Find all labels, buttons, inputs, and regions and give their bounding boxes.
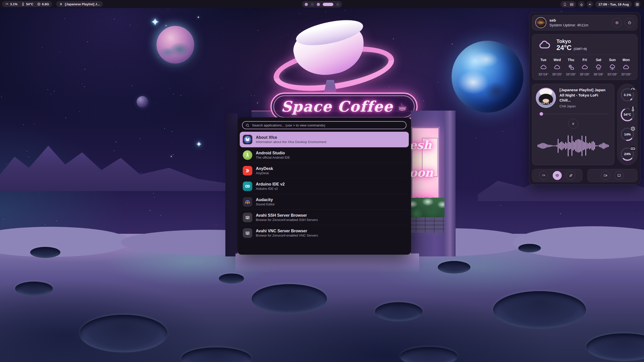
app-row-audacity[interactable]: AudacitySound Editor [240, 194, 409, 210]
app-row-android-studio[interactable]: Android StudioThe official Android IDE [240, 147, 409, 163]
workspace-dot-4[interactable] [323, 3, 333, 6]
waveform-bar [574, 142, 575, 150]
widgets-icon [635, 3, 639, 6]
avatar [535, 17, 546, 28]
star [101, 13, 102, 14]
star [132, 85, 132, 86]
forecast-temps: 35°/25° [552, 73, 562, 76]
star [257, 103, 258, 103]
forecast-day-fri: Fri35°/26° [578, 58, 591, 76]
waveform-bar [573, 141, 574, 151]
app-description: AnyDesk [256, 171, 273, 175]
star [502, 131, 503, 131]
star [251, 96, 252, 96]
star [640, 214, 640, 214]
star [135, 104, 135, 104]
divider [537, 55, 633, 55]
waveform-bar [589, 142, 590, 149]
star [42, 47, 42, 48]
search-bar[interactable] [242, 121, 407, 129]
waveform-bar [553, 145, 553, 146]
screenshot-icon [617, 173, 621, 177]
star [150, 210, 150, 211]
waveform-bar [543, 143, 543, 149]
username: seb [549, 18, 609, 22]
forecast-day-tue: Tue33°/24° [537, 58, 550, 76]
pause-icon [59, 2, 63, 6]
widgets-toggle-button[interactable] [634, 1, 640, 8]
window-neon-text: esh [409, 138, 432, 152]
shop-wall-right: esh oon ans [411, 111, 456, 256]
app-row-arduino-ide-v2[interactable]: Arduino IDE v2Arduino IDE v2 [240, 178, 409, 194]
star [128, 151, 128, 151]
waveform-bar [548, 145, 548, 147]
workspace-dot-5[interactable] [336, 3, 339, 6]
search-icon [246, 123, 249, 127]
track-title: [Japanese Playlist] Japan All Night - To… [559, 87, 611, 103]
crater [30, 247, 60, 258]
star [288, 35, 288, 35]
temperature-stat: 54°C [21, 2, 33, 6]
waveform-bar [567, 143, 567, 149]
waveform-bar [603, 143, 604, 149]
waveform-bar [569, 142, 570, 150]
pause-icon [571, 122, 575, 126]
waveform-bar [599, 145, 600, 147]
performance-button[interactable] [539, 171, 548, 180]
power-button[interactable] [625, 18, 634, 27]
waveform-bar [538, 145, 538, 147]
app-row-avahi-vnc-server-browser[interactable]: Avahi VNC Server BrowserBrowse for Zeroc… [240, 225, 409, 241]
star [181, 95, 181, 96]
waveform-bar [604, 143, 605, 149]
waveform-bar [570, 143, 571, 149]
workspace-dot-2[interactable] [311, 3, 314, 6]
seek-bar[interactable] [537, 112, 609, 116]
crater [438, 261, 470, 274]
star [127, 204, 127, 204]
waveform-bar [561, 141, 562, 150]
app-description: The official Android IDE [256, 156, 290, 159]
star [500, 205, 501, 206]
app-row-anydesk[interactable]: AnyDeskAnyDesk [240, 163, 409, 178]
screen-record-button[interactable] [601, 171, 610, 180]
search-input[interactable] [252, 123, 403, 127]
power-icon [627, 21, 632, 25]
forecast-day-label: Fri [583, 58, 587, 62]
powersave-button[interactable] [566, 171, 575, 180]
speaker-icon [588, 3, 592, 6]
clock[interactable]: 17:09 - Tue, 19 Aug [595, 1, 632, 8]
cloud-weather-icon [623, 64, 629, 71]
gear-icon [615, 21, 619, 25]
play-pause-button[interactable] [568, 119, 578, 129]
app-row-about-xfce[interactable]: About XfceInformation about the Xfce Des… [240, 132, 409, 147]
earth-planet [452, 41, 524, 113]
disk-icon [630, 146, 636, 151]
star [160, 215, 161, 216]
star [82, 84, 83, 84]
star [141, 173, 141, 173]
star [164, 128, 165, 129]
star [51, 94, 51, 95]
star [134, 154, 134, 154]
settings-button[interactable] [612, 18, 622, 27]
wallpaper-icon[interactable] [570, 3, 574, 6]
workspace-dot-1[interactable] [305, 3, 308, 6]
crater [493, 291, 586, 329]
app-title: AnyDesk [256, 166, 273, 171]
screenshot-button[interactable] [615, 171, 624, 180]
crater [400, 347, 458, 362]
volume-button[interactable] [587, 1, 593, 8]
space-coffee-neon-sign: Space Coffee ☕ [270, 93, 418, 121]
now-playing-pill[interactable]: [Japanese Playlist] J... [56, 1, 103, 7]
notifications-button[interactable] [578, 1, 585, 8]
crater [219, 274, 244, 284]
balanced-button[interactable] [553, 171, 562, 180]
gauge-thermometer: 54°C [620, 107, 635, 122]
app-row-avahi-ssh-server-browser[interactable]: Avahi SSH Server BrowserBrowse for Zeroc… [240, 210, 409, 225]
workspace-dot-3[interactable] [317, 3, 320, 6]
star [6, 164, 7, 164]
seek-knob[interactable] [540, 112, 543, 116]
forecast-day-wed: Wed35°/25° [551, 58, 564, 76]
small-moon [137, 96, 148, 108]
phone-icon[interactable] [563, 3, 567, 6]
